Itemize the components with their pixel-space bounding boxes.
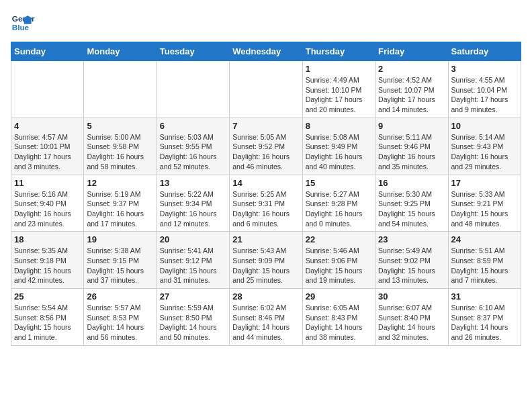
calendar-day-cell: 26Sunrise: 5:57 AM Sunset: 8:53 PM Dayli…	[84, 289, 157, 346]
calendar-day-cell: 24Sunrise: 5:51 AM Sunset: 8:59 PM Dayli…	[448, 232, 521, 289]
weekday-header-cell: Monday	[84, 42, 157, 61]
day-info: Sunrise: 5:41 AM Sunset: 9:12 PM Dayligh…	[160, 246, 226, 285]
day-number: 22	[306, 234, 372, 244]
day-number: 29	[306, 291, 372, 302]
calendar-day-cell: 20Sunrise: 5:41 AM Sunset: 9:12 PM Dayli…	[157, 232, 229, 289]
calendar-day-cell: 2Sunrise: 4:52 AM Sunset: 10:07 PM Dayli…	[375, 61, 448, 118]
day-info: Sunrise: 4:52 AM Sunset: 10:07 PM Daylig…	[378, 75, 445, 115]
header: General Blue	[11, 11, 521, 35]
day-info: Sunrise: 5:27 AM Sunset: 9:28 PM Dayligh…	[306, 189, 372, 229]
calendar-day-cell: 12Sunrise: 5:19 AM Sunset: 9:37 PM Dayli…	[84, 175, 157, 232]
day-info: Sunrise: 5:35 AM Sunset: 9:18 PM Dayligh…	[14, 246, 81, 285]
calendar-week-row: 18Sunrise: 5:35 AM Sunset: 9:18 PM Dayli…	[11, 232, 521, 289]
weekday-header-cell: Sunday	[11, 42, 84, 61]
day-info: Sunrise: 5:38 AM Sunset: 9:15 PM Dayligh…	[87, 246, 153, 285]
day-info: Sunrise: 5:59 AM Sunset: 8:50 PM Dayligh…	[160, 303, 226, 342]
day-info: Sunrise: 6:10 AM Sunset: 8:37 PM Dayligh…	[451, 303, 518, 342]
day-number: 16	[378, 178, 445, 188]
calendar-day-cell: 4Sunrise: 4:57 AM Sunset: 10:01 PM Dayli…	[11, 118, 84, 175]
day-number: 23	[378, 234, 445, 244]
calendar-day-cell: 17Sunrise: 5:33 AM Sunset: 9:21 PM Dayli…	[448, 175, 521, 232]
calendar-day-cell: 7Sunrise: 5:05 AM Sunset: 9:52 PM Daylig…	[230, 118, 302, 175]
day-info: Sunrise: 5:11 AM Sunset: 9:46 PM Dayligh…	[378, 132, 445, 172]
calendar-day-cell: 27Sunrise: 5:59 AM Sunset: 8:50 PM Dayli…	[157, 289, 229, 346]
calendar-day-cell: 9Sunrise: 5:11 AM Sunset: 9:46 PM Daylig…	[375, 118, 448, 175]
day-info: Sunrise: 5:46 AM Sunset: 9:06 PM Dayligh…	[306, 246, 372, 285]
calendar-day-cell: 14Sunrise: 5:25 AM Sunset: 9:31 PM Dayli…	[230, 175, 302, 232]
day-info: Sunrise: 5:03 AM Sunset: 9:55 PM Dayligh…	[160, 132, 226, 172]
day-info: Sunrise: 5:14 AM Sunset: 9:43 PM Dayligh…	[451, 132, 518, 172]
calendar-body: 1Sunrise: 4:49 AM Sunset: 10:10 PM Dayli…	[11, 61, 521, 346]
day-number: 2	[378, 64, 445, 74]
weekday-header-cell: Thursday	[302, 42, 375, 61]
calendar-day-cell: 29Sunrise: 6:05 AM Sunset: 8:43 PM Dayli…	[302, 289, 375, 346]
calendar-day-cell: 1Sunrise: 4:49 AM Sunset: 10:10 PM Dayli…	[302, 61, 375, 118]
day-number: 30	[378, 291, 445, 302]
calendar-day-cell: 16Sunrise: 5:30 AM Sunset: 9:25 PM Dayli…	[375, 175, 448, 232]
day-number: 1	[306, 64, 372, 74]
calendar-day-cell: 10Sunrise: 5:14 AM Sunset: 9:43 PM Dayli…	[448, 118, 521, 175]
calendar-day-cell: 15Sunrise: 5:27 AM Sunset: 9:28 PM Dayli…	[302, 175, 375, 232]
weekday-header-cell: Saturday	[448, 42, 521, 61]
day-number: 3	[451, 64, 518, 74]
day-info: Sunrise: 4:55 AM Sunset: 10:04 PM Daylig…	[451, 75, 518, 115]
day-info: Sunrise: 6:05 AM Sunset: 8:43 PM Dayligh…	[306, 303, 372, 342]
day-number: 19	[87, 234, 153, 244]
calendar-day-cell: 28Sunrise: 6:02 AM Sunset: 8:46 PM Dayli…	[230, 289, 302, 346]
day-number: 13	[160, 178, 226, 188]
day-number: 15	[306, 178, 372, 188]
day-info: Sunrise: 5:22 AM Sunset: 9:34 PM Dayligh…	[160, 189, 226, 229]
calendar-week-row: 25Sunrise: 5:54 AM Sunset: 8:56 PM Dayli…	[11, 289, 521, 346]
calendar-day-cell: 11Sunrise: 5:16 AM Sunset: 9:40 PM Dayli…	[11, 175, 84, 232]
day-number: 31	[451, 291, 518, 302]
calendar-day-cell: 3Sunrise: 4:55 AM Sunset: 10:04 PM Dayli…	[448, 61, 521, 118]
weekday-header-cell: Tuesday	[157, 42, 229, 61]
day-number: 24	[451, 234, 518, 244]
day-info: Sunrise: 5:25 AM Sunset: 9:31 PM Dayligh…	[232, 189, 299, 229]
day-number: 20	[160, 234, 226, 244]
calendar-day-cell	[157, 61, 229, 118]
calendar-day-cell: 18Sunrise: 5:35 AM Sunset: 9:18 PM Dayli…	[11, 232, 84, 289]
day-info: Sunrise: 5:54 AM Sunset: 8:56 PM Dayligh…	[14, 303, 81, 342]
day-info: Sunrise: 5:33 AM Sunset: 9:21 PM Dayligh…	[451, 189, 518, 229]
day-number: 8	[306, 121, 372, 131]
calendar-day-cell: 21Sunrise: 5:43 AM Sunset: 9:09 PM Dayli…	[230, 232, 302, 289]
calendar-day-cell	[230, 61, 302, 118]
calendar-week-row: 1Sunrise: 4:49 AM Sunset: 10:10 PM Dayli…	[11, 61, 521, 118]
day-number: 18	[14, 234, 81, 244]
day-number: 6	[160, 121, 226, 131]
calendar-day-cell: 8Sunrise: 5:08 AM Sunset: 9:49 PM Daylig…	[302, 118, 375, 175]
logo: General Blue	[11, 11, 35, 35]
day-number: 17	[451, 178, 518, 188]
day-info: Sunrise: 5:49 AM Sunset: 9:02 PM Dayligh…	[378, 246, 445, 285]
weekday-header-row: SundayMondayTuesdayWednesdayThursdayFrid…	[11, 42, 521, 61]
day-number: 10	[451, 121, 518, 131]
calendar-table: SundayMondayTuesdayWednesdayThursdayFrid…	[11, 42, 521, 346]
calendar-day-cell: 30Sunrise: 6:07 AM Sunset: 8:40 PM Dayli…	[375, 289, 448, 346]
day-number: 21	[232, 234, 299, 244]
day-number: 4	[14, 121, 81, 131]
day-info: Sunrise: 6:07 AM Sunset: 8:40 PM Dayligh…	[378, 303, 445, 342]
calendar-day-cell: 22Sunrise: 5:46 AM Sunset: 9:06 PM Dayli…	[302, 232, 375, 289]
calendar-day-cell: 6Sunrise: 5:03 AM Sunset: 9:55 PM Daylig…	[157, 118, 229, 175]
calendar-day-cell: 19Sunrise: 5:38 AM Sunset: 9:15 PM Dayli…	[84, 232, 157, 289]
day-number: 14	[232, 178, 299, 188]
day-number: 27	[160, 291, 226, 302]
day-number: 25	[14, 291, 81, 302]
day-info: Sunrise: 5:30 AM Sunset: 9:25 PM Dayligh…	[378, 189, 445, 229]
calendar-day-cell	[11, 61, 84, 118]
day-info: Sunrise: 5:57 AM Sunset: 8:53 PM Dayligh…	[87, 303, 153, 342]
day-number: 28	[232, 291, 299, 302]
calendar-day-cell	[84, 61, 157, 118]
day-info: Sunrise: 5:19 AM Sunset: 9:37 PM Dayligh…	[87, 189, 153, 229]
logo-icon: General Blue	[11, 11, 35, 35]
day-number: 26	[87, 291, 153, 302]
day-info: Sunrise: 4:57 AM Sunset: 10:01 PM Daylig…	[14, 132, 81, 172]
calendar-day-cell: 5Sunrise: 5:00 AM Sunset: 9:58 PM Daylig…	[84, 118, 157, 175]
weekday-header-cell: Friday	[375, 42, 448, 61]
calendar-day-cell: 13Sunrise: 5:22 AM Sunset: 9:34 PM Dayli…	[157, 175, 229, 232]
day-info: Sunrise: 5:51 AM Sunset: 8:59 PM Dayligh…	[451, 246, 518, 285]
day-number: 5	[87, 121, 153, 131]
calendar-week-row: 11Sunrise: 5:16 AM Sunset: 9:40 PM Dayli…	[11, 175, 521, 232]
weekday-header-cell: Wednesday	[230, 42, 302, 61]
